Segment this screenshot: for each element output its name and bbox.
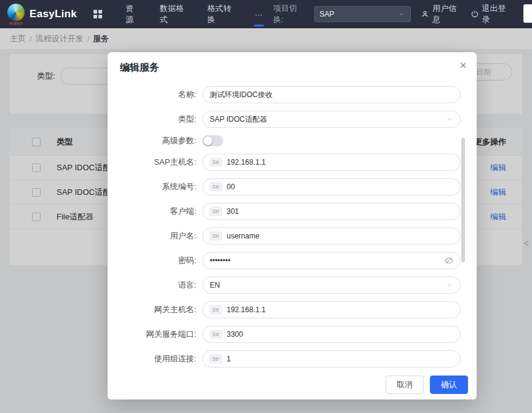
field-label: 客户端: <box>116 206 202 217</box>
modal-footer: 取消 确认 <box>108 370 477 399</box>
project-select[interactable]: SAP <box>314 6 411 22</box>
username-input[interactable] <box>227 232 453 240</box>
menu-item-label: 格式转换 <box>207 3 234 25</box>
close-icon[interactable]: × <box>459 59 467 71</box>
project-switch-label: 项目切换: <box>273 3 304 25</box>
eye-off-icon[interactable] <box>445 256 453 265</box>
field-label: 使用组连接: <box>116 353 202 364</box>
advanced-params-toggle[interactable] <box>202 135 223 146</box>
field-row-advanced: 高级参数: <box>116 135 461 146</box>
field-label: SAP主机名: <box>116 157 202 168</box>
confirm-button[interactable]: 确认 <box>430 376 468 394</box>
type-tag: Str <box>210 330 222 339</box>
user-icon <box>421 10 429 18</box>
menu-item-label: ··· <box>255 10 263 19</box>
logo-icon <box>7 4 25 21</box>
right-edge-panel[interactable] <box>523 4 532 23</box>
field-row-name: 名称: <box>116 86 461 103</box>
chevron-down-icon <box>446 116 453 123</box>
field-row-language: 语言: EN <box>116 277 461 294</box>
field-label: 网关服务端口: <box>116 329 202 340</box>
gateway-host-input[interactable] <box>227 305 453 314</box>
name-input[interactable] <box>210 90 453 99</box>
type-select[interactable]: SAP IDOC适配器 <box>202 111 461 128</box>
logo-caption: 易连EDI <box>9 22 23 25</box>
type-tag: Str <box>210 232 222 241</box>
gateway-port-input[interactable] <box>227 330 453 339</box>
field-row-username: 用户名: Str <box>116 227 461 245</box>
menu-item-label: 数据格式 <box>160 3 186 25</box>
menu-item-label: 资源 <box>125 3 139 25</box>
group-connection-input[interactable] <box>227 355 453 363</box>
language-select[interactable]: EN <box>202 277 461 294</box>
user-info-label: 用户信息 <box>432 3 460 25</box>
field-label: 系统编号: <box>116 181 202 192</box>
modal-title: 编辑服务 <box>120 62 159 73</box>
type-tag: Str <box>210 158 222 167</box>
field-label: 高级参数: <box>116 135 202 146</box>
screen: 易连EDI EasyLink 资源 数据格式 格式转换 ··· 项目切换: SA… <box>0 0 532 413</box>
main-menu: 资源 数据格式 格式转换 ··· <box>115 0 273 28</box>
type-select-value: SAP IDOC适配器 <box>210 114 267 125</box>
menu-item-resources[interactable]: 资源 <box>115 0 149 28</box>
menu-item-more[interactable]: ··· <box>244 0 273 28</box>
field-row-type: 类型: SAP IDOC适配器 <box>116 111 461 128</box>
field-row-password: 密码: <box>116 252 461 269</box>
field-label: 名称: <box>116 89 202 100</box>
menu-item-data-format[interactable]: 数据格式 <box>149 0 197 28</box>
type-tag: Str <box>210 355 222 364</box>
field-label: 用户名: <box>116 230 202 242</box>
field-label: 网关主机名: <box>116 304 202 315</box>
logout-icon <box>470 10 479 18</box>
cancel-button[interactable]: 取消 <box>386 376 424 394</box>
logout-button[interactable]: 退出登录 <box>470 3 510 25</box>
project-select-value: SAP <box>320 10 335 18</box>
field-row-group-connection: 使用组连接: Str <box>116 350 461 368</box>
top-navbar: 易连EDI EasyLink 资源 数据格式 格式转换 ··· 项目切换: SA… <box>0 0 532 28</box>
toggle-knob <box>204 136 212 145</box>
language-select-value: EN <box>210 281 220 289</box>
field-row-client: 客户端: Str <box>116 203 461 220</box>
brand-logo[interactable]: 易连EDI <box>7 4 25 25</box>
modal-body: 名称: 类型: SAP IDOC适配器 高级参数: SAP主机名: <box>108 82 477 370</box>
chevron-down-icon <box>398 10 405 18</box>
user-info-button[interactable]: 用户信息 <box>421 3 460 25</box>
navbar-right: 项目切换: SAP 用户信息 退出登录 <box>273 3 525 25</box>
type-tag: Str <box>210 183 222 192</box>
logout-label: 退出登录 <box>482 3 510 25</box>
field-row-system-number: 系统编号: Str <box>116 178 461 195</box>
field-row-gateway-port: 网关服务端口: Str <box>116 326 461 343</box>
brand-name: EasyLink <box>30 8 77 20</box>
system-number-input[interactable] <box>227 183 453 191</box>
chevron-down-icon <box>446 281 453 289</box>
sap-host-input[interactable] <box>227 158 453 167</box>
app-grid-icon[interactable] <box>93 9 103 19</box>
field-row-gateway-host: 网关主机名: Str <box>116 301 461 318</box>
password-input[interactable] <box>210 256 441 265</box>
edit-service-modal: 编辑服务 × 名称: 类型: SAP IDOC适配器 高级参数: <box>108 52 477 399</box>
menu-item-format-convert[interactable]: 格式转换 <box>197 0 244 28</box>
field-row-sap-host: SAP主机名: Str <box>116 154 461 171</box>
field-label: 密码: <box>116 255 202 266</box>
modal-scrollbar[interactable] <box>461 138 465 262</box>
type-tag: Str <box>210 207 222 216</box>
modal-header: 编辑服务 × <box>108 52 477 82</box>
client-input[interactable] <box>227 207 453 216</box>
field-label: 类型: <box>116 114 202 125</box>
type-tag: Str <box>210 305 222 315</box>
field-label: 语言: <box>116 280 202 291</box>
